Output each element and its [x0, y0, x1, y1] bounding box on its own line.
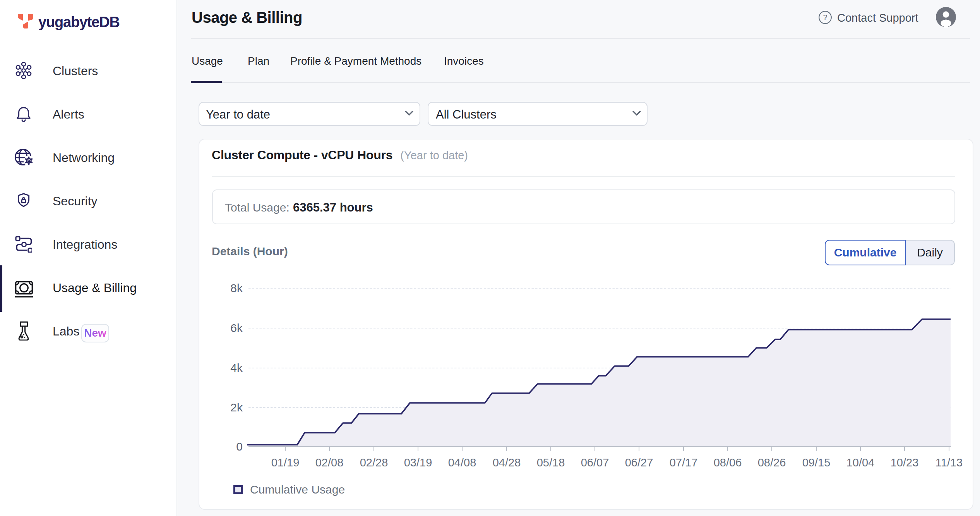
svg-text:6k: 6k [230, 322, 243, 334]
svg-text:06/27: 06/27 [625, 456, 653, 469]
svg-text:02/28: 02/28 [360, 456, 388, 469]
svg-text:04/08: 04/08 [448, 456, 476, 469]
svg-text:07/17: 07/17 [670, 456, 698, 469]
svg-text:08/06: 08/06 [714, 456, 742, 469]
svg-text:09/15: 09/15 [802, 456, 831, 469]
svg-text:0: 0 [236, 440, 243, 453]
svg-text:02/08: 02/08 [315, 456, 344, 469]
svg-text:?: ? [823, 13, 827, 22]
svg-text:10/23: 10/23 [891, 456, 919, 469]
svg-text:01/19: 01/19 [271, 456, 300, 469]
svg-text:03/19: 03/19 [404, 456, 432, 469]
svg-text:05/18: 05/18 [537, 456, 565, 469]
svg-text:08/26: 08/26 [758, 456, 786, 469]
svg-text:06/07: 06/07 [581, 456, 609, 469]
svg-text:8k: 8k [230, 282, 243, 294]
svg-text:2k: 2k [230, 401, 243, 414]
svg-text:11/13: 11/13 [935, 456, 963, 469]
svg-text:04/28: 04/28 [493, 456, 521, 469]
svg-text:10/04: 10/04 [846, 456, 875, 469]
svg-text:4k: 4k [230, 361, 243, 374]
